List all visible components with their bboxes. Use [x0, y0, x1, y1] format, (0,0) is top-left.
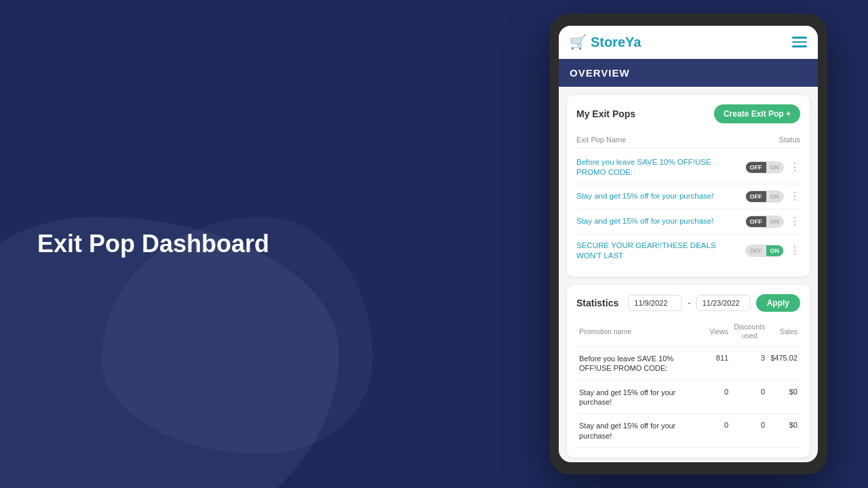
stats-table-row: Stay and get 15% off for your purchase! … [576, 414, 800, 448]
col-header-name: Exit Pop Name [576, 136, 626, 144]
hamburger-line-2 [792, 41, 807, 43]
hamburger-line-3 [792, 45, 807, 47]
device-frame: 🛒 StoreYa OVERVIEW My Exit Pops Create E… [549, 14, 827, 474]
exit-pops-header: My Exit Pops Create Exit Pop + [576, 104, 800, 123]
row-right: OFF ON ⋮ [745, 190, 801, 203]
date-from-input[interactable] [628, 295, 682, 311]
exit-pop-name: Before you leave SAVE 10% OFF!USE PROMO … [576, 157, 745, 178]
col-discounts-header: Discountsused [731, 320, 768, 347]
hero-title: Exit Pop Dashboard [37, 229, 269, 258]
exit-pop-name: Stay and get 15% off for your purchase! [576, 191, 745, 201]
toggle-off-label: OFF [746, 216, 766, 227]
views-cell: 0 [707, 414, 731, 448]
exit-pop-row: Stay and get 15% off for your purchase! … [576, 184, 800, 209]
toggle-on-label: ON [766, 216, 784, 227]
sales-cell: $0 [768, 380, 800, 414]
date-to-input[interactable] [696, 295, 751, 311]
sales-cell: $0 [768, 414, 800, 448]
toggle-off-label: OFF [746, 191, 766, 202]
row-right: OFF ON ⋮ [745, 161, 801, 174]
exit-pops-card: My Exit Pops Create Exit Pop + Exit Pop … [567, 95, 810, 277]
toggle-on-label: ON [766, 191, 784, 202]
toggle-switch[interactable]: OFF ON [745, 216, 785, 228]
app-content: My Exit Pops Create Exit Pop + Exit Pop … [559, 87, 818, 462]
exit-pop-row: Stay and get 15% off for your purchase! … [576, 209, 800, 235]
stats-table-row: Stay and get 15% off for your purchase! … [576, 380, 800, 414]
col-views-header: Views [707, 320, 731, 347]
stats-table-header-row: Promotion name Views Discountsused Sales [576, 320, 800, 347]
col-header-status: Status [779, 136, 800, 144]
exit-pop-name: SECURE YOUR GEAR!!THESE DEALS WON'T LAST [576, 241, 745, 261]
exit-pop-name: Stay and get 15% off for your purchase! [576, 216, 745, 226]
toggle-on-label: ON [766, 245, 784, 256]
views-cell: 0 [707, 380, 731, 414]
toggle-on-label: ON [766, 162, 784, 173]
logo-text: StoreYa [591, 35, 641, 50]
sales-cell: $475.02 [768, 347, 800, 381]
statistics-table: Promotion name Views Discountsused Sales… [576, 320, 800, 448]
col-promo-header: Promotion name [576, 320, 707, 347]
app-header: 🛒 StoreYa [559, 26, 818, 59]
exit-pop-row: Before you leave SAVE 10% OFF!USE PROMO … [576, 151, 800, 184]
promo-name-cell: Before you leave SAVE 10% OFF!USE PROMO … [576, 347, 707, 381]
app-screen: 🛒 StoreYa OVERVIEW My Exit Pops Create E… [559, 26, 818, 462]
row-right: OFF ON ⋮ [745, 245, 801, 257]
create-exit-pop-button[interactable]: Create Exit Pop + [714, 104, 800, 123]
logo-area: 🛒 StoreYa [570, 34, 641, 50]
discounts-cell: 3 [731, 347, 768, 381]
more-options-icon[interactable]: ⋮ [789, 162, 800, 173]
hamburger-line-1 [792, 37, 807, 39]
toggle-switch[interactable]: OFF ON [745, 245, 785, 257]
toggle-switch[interactable]: OFF ON [745, 161, 785, 174]
col-sales-header: Sales [768, 320, 800, 347]
apply-button[interactable]: Apply [756, 294, 800, 312]
hamburger-menu-button[interactable] [792, 37, 807, 47]
statistics-header: Statistics - Apply [576, 294, 800, 312]
more-options-icon[interactable]: ⋮ [789, 216, 800, 227]
cart-icon: 🛒 [570, 34, 587, 50]
toggle-off-label: OFF [746, 245, 766, 256]
toggle-off-label: OFF [746, 162, 766, 173]
overview-bar: OVERVIEW [559, 59, 818, 87]
exit-pop-row: SECURE YOUR GEAR!!THESE DEALS WON'T LAST… [576, 235, 800, 267]
stats-table-row: Before you leave SAVE 10% OFF!USE PROMO … [576, 347, 800, 381]
hero-section: Exit Pop Dashboard [37, 229, 269, 258]
statistics-card: Statistics - Apply Promotion name Views … [567, 285, 810, 458]
row-right: OFF ON ⋮ [745, 216, 801, 228]
statistics-title: Statistics [576, 298, 618, 308]
more-options-icon[interactable]: ⋮ [789, 191, 800, 202]
toggle-switch[interactable]: OFF ON [745, 190, 785, 203]
discounts-cell: 0 [731, 414, 768, 448]
promo-name-cell: Stay and get 15% off for your purchase! [576, 380, 707, 414]
exit-pops-table-header: Exit Pop Name Status [576, 131, 800, 148]
date-separator: - [688, 298, 690, 308]
views-cell: 811 [707, 347, 731, 381]
overview-label: OVERVIEW [570, 67, 630, 79]
more-options-icon[interactable]: ⋮ [789, 245, 800, 256]
promo-name-cell: Stay and get 15% off for your purchase! [576, 414, 707, 448]
exit-pops-title: My Exit Pops [576, 108, 635, 119]
discounts-cell: 0 [731, 380, 768, 414]
